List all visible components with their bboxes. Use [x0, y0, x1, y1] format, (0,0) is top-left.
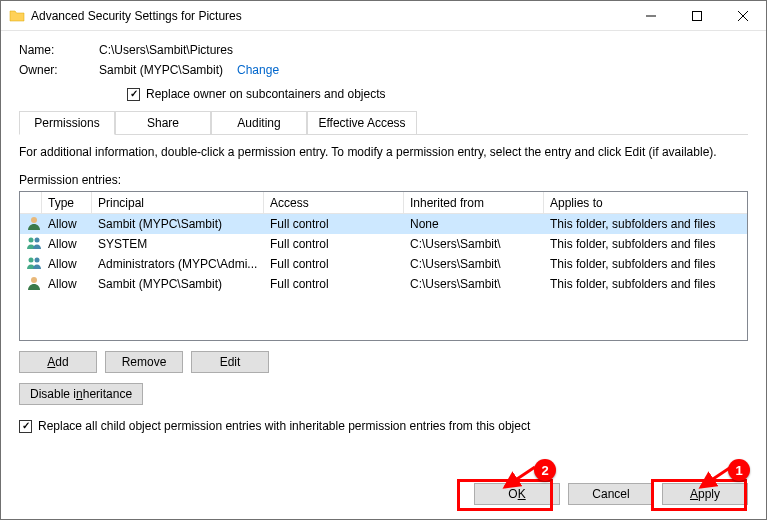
- disable-inheritance-button[interactable]: Disable inheritance: [19, 383, 143, 405]
- inheritance-buttons: Disable inheritance: [19, 383, 748, 405]
- cell-applies: This folder, subfolders and files: [544, 217, 747, 231]
- svg-point-6: [31, 277, 37, 283]
- name-label: Name:: [19, 43, 99, 57]
- name-row: Name: C:\Users\Sambit\Pictures: [19, 43, 748, 57]
- cell-access: Full control: [264, 237, 404, 251]
- remove-button[interactable]: Remove: [105, 351, 183, 373]
- cancel-button[interactable]: Cancel: [568, 483, 654, 505]
- tabs: Permissions Share Auditing Effective Acc…: [19, 111, 748, 134]
- col-icon[interactable]: [20, 192, 42, 213]
- cell-applies: This folder, subfolders and files: [544, 257, 747, 271]
- cell-principal: SYSTEM: [92, 237, 264, 251]
- info-text: For additional information, double-click…: [19, 145, 748, 159]
- user-icon: [20, 275, 42, 294]
- cell-access: Full control: [264, 217, 404, 231]
- titlebar: Advanced Security Settings for Pictures: [1, 1, 766, 31]
- col-access[interactable]: Access: [264, 192, 404, 213]
- col-type[interactable]: Type: [42, 192, 92, 213]
- tab-underline: [19, 134, 748, 135]
- apply-button[interactable]: Apply: [662, 483, 748, 505]
- owner-row: Owner: Sambit (MYPC\Sambit) Change: [19, 63, 748, 77]
- cell-type: Allow: [42, 277, 92, 291]
- replace-owner-row: Replace owner on subcontainers and objec…: [127, 87, 748, 101]
- cell-principal: Administrators (MYPC\Admi...: [92, 257, 264, 271]
- col-applies[interactable]: Applies to: [544, 192, 747, 213]
- annotation-badge-1: 1: [728, 459, 750, 481]
- cell-inherited: None: [404, 217, 544, 231]
- table-row[interactable]: AllowSambit (MYPC\Sambit)Full controlC:\…: [20, 274, 747, 294]
- cell-inherited: C:\Users\Sambit\: [404, 257, 544, 271]
- add-text: dd: [55, 355, 68, 369]
- table-row[interactable]: AllowAdministrators (MYPC\Admi...Full co…: [20, 254, 747, 274]
- ok-button[interactable]: OK: [474, 483, 560, 505]
- cell-type: Allow: [42, 257, 92, 271]
- add-button[interactable]: Add: [19, 351, 97, 373]
- replace-child-label: Replace all child object permission entr…: [38, 419, 530, 433]
- replace-child-checkbox[interactable]: [19, 420, 32, 433]
- table-header: Type Principal Access Inherited from App…: [20, 192, 747, 214]
- close-button[interactable]: [720, 1, 766, 30]
- cell-applies: This folder, subfolders and files: [544, 277, 747, 291]
- replace-child-row: Replace all child object permission entr…: [19, 419, 748, 433]
- svg-point-1: [31, 217, 37, 223]
- owner-label: Owner:: [19, 63, 99, 77]
- change-owner-link[interactable]: Change: [237, 63, 279, 77]
- window-title: Advanced Security Settings for Pictures: [31, 9, 628, 23]
- col-inherited[interactable]: Inherited from: [404, 192, 544, 213]
- replace-owner-checkbox[interactable]: [127, 88, 140, 101]
- content-area: Name: C:\Users\Sambit\Pictures Owner: Sa…: [1, 31, 766, 475]
- svg-point-5: [35, 257, 40, 262]
- edit-button[interactable]: Edit: [191, 351, 269, 373]
- tab-permissions[interactable]: Permissions: [19, 111, 115, 135]
- table-row[interactable]: AllowSYSTEMFull controlC:\Users\Sambit\T…: [20, 234, 747, 254]
- minimize-button[interactable]: [628, 1, 674, 30]
- user-icon: [20, 215, 42, 234]
- advanced-security-window: Advanced Security Settings for Pictures …: [0, 0, 767, 520]
- tab-auditing[interactable]: Auditing: [211, 111, 307, 134]
- svg-point-2: [29, 237, 34, 242]
- tabs-container: Permissions Share Auditing Effective Acc…: [19, 111, 748, 135]
- cell-principal: Sambit (MYPC\Sambit): [92, 277, 264, 291]
- folder-icon: [9, 8, 25, 24]
- tab-share[interactable]: Share: [115, 111, 211, 134]
- col-principal[interactable]: Principal: [92, 192, 264, 213]
- name-value: C:\Users\Sambit\Pictures: [99, 43, 233, 57]
- tab-effective-access[interactable]: Effective Access: [307, 111, 417, 134]
- user-icon: [20, 255, 42, 274]
- annotation-badge-2: 2: [534, 459, 556, 481]
- cell-applies: This folder, subfolders and files: [544, 237, 747, 251]
- cell-inherited: C:\Users\Sambit\: [404, 237, 544, 251]
- table-body: AllowSambit (MYPC\Sambit)Full controlNon…: [20, 214, 747, 294]
- svg-rect-0: [693, 11, 702, 20]
- svg-point-4: [29, 257, 34, 262]
- cell-access: Full control: [264, 277, 404, 291]
- user-icon: [20, 235, 42, 254]
- owner-value: Sambit (MYPC\Sambit): [99, 63, 223, 77]
- maximize-button[interactable]: [674, 1, 720, 30]
- cell-inherited: C:\Users\Sambit\: [404, 277, 544, 291]
- window-controls: [628, 1, 766, 30]
- table-row[interactable]: AllowSambit (MYPC\Sambit)Full controlNon…: [20, 214, 747, 234]
- permission-entries-label: Permission entries:: [19, 173, 748, 187]
- svg-point-3: [35, 237, 40, 242]
- cell-access: Full control: [264, 257, 404, 271]
- replace-owner-label: Replace owner on subcontainers and objec…: [146, 87, 385, 101]
- cell-type: Allow: [42, 237, 92, 251]
- dialog-buttons: OK Cancel Apply: [1, 475, 766, 519]
- cell-type: Allow: [42, 217, 92, 231]
- permission-entries-table[interactable]: Type Principal Access Inherited from App…: [19, 191, 748, 341]
- entry-buttons: Add Remove Edit: [19, 351, 748, 373]
- cell-principal: Sambit (MYPC\Sambit): [92, 217, 264, 231]
